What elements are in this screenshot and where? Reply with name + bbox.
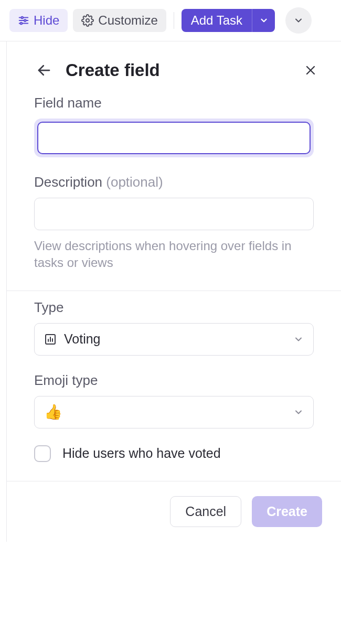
type-value: Voting [64,331,286,347]
panel-title: Create field [66,60,291,80]
panel-footer: Cancel Create [7,481,341,542]
filter-icon [18,15,29,26]
create-field-panel: Create field Field name Description (opt… [6,41,341,542]
close-button[interactable] [302,62,319,79]
emoji-type-select[interactable]: 👍 [34,396,314,428]
chevron-down-icon [293,334,304,345]
svg-point-6 [86,19,89,22]
type-section: Type Voting Emoji type 👍 [7,291,341,481]
chevron-down-icon [293,407,304,417]
hide-users-label: Hide users who have voted [62,446,221,461]
add-task-label: Add Task [191,13,242,27]
chevron-down-icon [293,15,304,26]
create-button[interactable]: Create [252,496,322,527]
add-task-dropdown-button[interactable] [252,9,275,32]
close-icon [304,64,317,77]
description-input[interactable] [34,198,314,230]
add-task-group: Add Task [182,9,275,32]
emoji-type-label: Emoji type [34,372,314,389]
description-label: Description (optional) [34,174,314,190]
svg-point-5 [20,23,23,25]
hide-users-row[interactable]: Hide users who have voted [34,445,314,462]
gear-icon [81,14,94,27]
hide-users-checkbox[interactable] [34,445,51,462]
chevron-down-icon [259,16,269,25]
type-label: Type [34,299,314,316]
add-task-button[interactable]: Add Task [182,9,252,32]
emoji-type-value: 👍 [44,403,286,421]
svg-point-1 [21,17,23,19]
field-name-input-wrapper [34,119,314,157]
customize-button[interactable]: Customize [73,9,166,32]
cancel-button[interactable]: Cancel [170,496,241,527]
svg-point-3 [24,19,26,22]
field-name-input[interactable] [37,122,311,154]
customize-label: Customize [98,13,157,28]
arrow-left-icon [36,62,52,78]
toolbar-divider [174,12,174,29]
optional-text: (optional) [106,174,163,190]
hide-button[interactable]: Hide [9,9,68,32]
more-button[interactable] [285,7,312,34]
type-select[interactable]: Voting [34,323,314,356]
back-button[interactable] [34,60,54,80]
panel-header: Create field [7,41,341,87]
field-name-label: Field name [34,95,314,111]
description-helper: View descriptions when hovering over fie… [34,238,314,272]
field-name-section: Field name Description (optional) View d… [7,87,341,291]
toolbar: Hide Customize Add Task [0,0,341,41]
voting-icon [44,333,57,346]
hide-label: Hide [34,13,59,28]
